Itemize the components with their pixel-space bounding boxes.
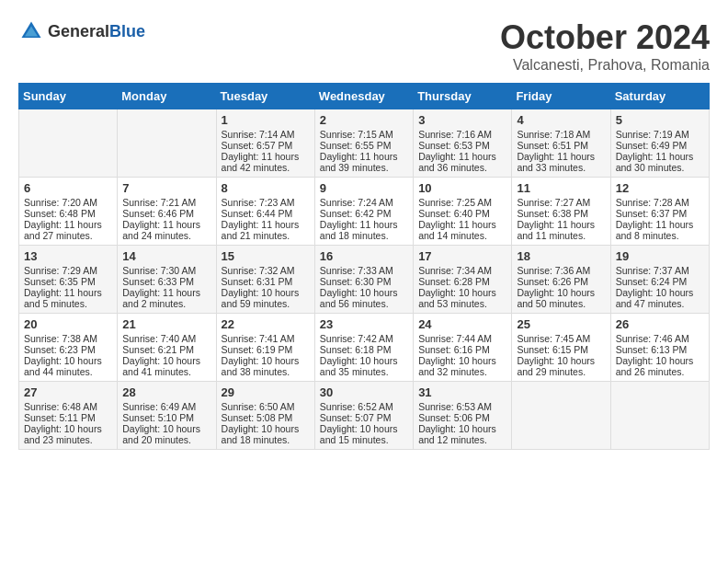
cell-content-line: Daylight: 11 hours and 14 minutes. (418, 219, 506, 241)
day-number: 16 (320, 249, 408, 263)
day-number: 1 (222, 113, 310, 127)
calendar-cell: 24Sunrise: 7:44 AMSunset: 6:16 PMDayligh… (414, 314, 512, 382)
day-number: 8 (222, 181, 310, 195)
cell-content-line: Sunset: 6:13 PM (616, 344, 704, 355)
cell-content-line: Daylight: 10 hours and 50 minutes. (517, 287, 605, 309)
cell-content-line: Sunrise: 7:37 AM (616, 265, 704, 276)
calendar-cell: 7Sunrise: 7:21 AMSunset: 6:46 PMDaylight… (118, 178, 216, 246)
cell-content-line: Sunset: 6:42 PM (320, 208, 408, 219)
cell-content-line: Sunset: 5:07 PM (320, 412, 408, 423)
weekday-header-wednesday: Wednesday (314, 84, 413, 109)
weekday-header-thursday: Thursday (414, 84, 512, 109)
day-number: 29 (222, 385, 310, 399)
calendar-cell: 5Sunrise: 7:19 AMSunset: 6:49 PMDaylight… (610, 109, 709, 178)
calendar-cell: 14Sunrise: 7:30 AMSunset: 6:33 PMDayligh… (118, 246, 216, 314)
cell-content-line: Sunset: 6:44 PM (222, 208, 310, 219)
day-number: 18 (517, 249, 605, 263)
weekday-header-saturday: Saturday (610, 84, 709, 109)
cell-content-line: Daylight: 11 hours and 5 minutes. (24, 287, 112, 309)
cell-content-line: Sunrise: 7:14 AM (222, 129, 310, 140)
week-row-3: 13Sunrise: 7:29 AMSunset: 6:35 PMDayligh… (19, 246, 710, 314)
calendar-cell: 2Sunrise: 7:15 AMSunset: 6:55 PMDaylight… (314, 109, 413, 178)
cell-content-line: Sunrise: 7:46 AM (616, 333, 704, 344)
cell-content-line: Daylight: 10 hours and 20 minutes. (122, 423, 210, 445)
cell-content-line: Sunrise: 6:49 AM (122, 401, 210, 412)
cell-content-line: Sunset: 6:24 PM (616, 276, 704, 287)
logo: GeneralBlue (18, 18, 145, 44)
week-row-1: 1Sunrise: 7:14 AMSunset: 6:57 PMDaylight… (19, 109, 710, 178)
location-title: Valcanesti, Prahova, Romania (500, 57, 710, 74)
cell-content-line: Daylight: 11 hours and 24 minutes. (122, 219, 210, 241)
calendar-cell: 25Sunrise: 7:45 AMSunset: 6:15 PMDayligh… (512, 314, 610, 382)
day-number: 14 (122, 249, 210, 263)
calendar-cell: 22Sunrise: 7:41 AMSunset: 6:19 PMDayligh… (216, 314, 314, 382)
cell-content-line: Daylight: 10 hours and 23 minutes. (24, 423, 112, 445)
cell-content-line: Sunrise: 7:44 AM (418, 333, 506, 344)
logo-blue-text: Blue (109, 22, 145, 40)
calendar-cell: 16Sunrise: 7:33 AMSunset: 6:30 PMDayligh… (314, 246, 413, 314)
cell-content-line: Daylight: 11 hours and 30 minutes. (616, 151, 704, 173)
cell-content-line: Sunrise: 6:50 AM (222, 401, 310, 412)
cell-content-line: Sunrise: 6:48 AM (24, 401, 112, 412)
day-number: 28 (122, 385, 210, 399)
cell-content-line: Sunrise: 7:38 AM (24, 333, 112, 344)
cell-content-line: Sunset: 6:48 PM (24, 208, 112, 219)
calendar-cell: 1Sunrise: 7:14 AMSunset: 6:57 PMDaylight… (216, 109, 314, 178)
cell-content-line: Sunrise: 7:32 AM (222, 265, 310, 276)
day-number: 21 (122, 317, 210, 331)
cell-content-line: Sunset: 6:16 PM (418, 344, 506, 355)
cell-content-line: Daylight: 10 hours and 18 minutes. (222, 423, 310, 445)
cell-content-line: Sunrise: 7:42 AM (320, 333, 408, 344)
cell-content-line: Sunrise: 6:52 AM (320, 401, 408, 412)
calendar-cell: 9Sunrise: 7:24 AMSunset: 6:42 PMDaylight… (314, 178, 413, 246)
cell-content-line: Daylight: 11 hours and 21 minutes. (222, 219, 310, 241)
cell-content-line: Sunrise: 7:21 AM (122, 197, 210, 208)
cell-content-line: Daylight: 11 hours and 36 minutes. (418, 151, 506, 173)
calendar-cell: 6Sunrise: 7:20 AMSunset: 6:48 PMDaylight… (19, 178, 118, 246)
cell-content-line: Sunrise: 7:24 AM (320, 197, 408, 208)
cell-content-line: Daylight: 10 hours and 29 minutes. (517, 355, 605, 377)
cell-content-line: Daylight: 10 hours and 32 minutes. (418, 355, 506, 377)
cell-content-line: Sunrise: 7:25 AM (418, 197, 506, 208)
cell-content-line: Daylight: 10 hours and 26 minutes. (616, 355, 704, 377)
cell-content-line: Sunset: 6:57 PM (222, 140, 310, 151)
day-number: 12 (616, 181, 704, 195)
day-number: 15 (222, 249, 310, 263)
calendar-cell (19, 109, 118, 178)
weekday-header-tuesday: Tuesday (216, 84, 314, 109)
calendar-cell: 11Sunrise: 7:27 AMSunset: 6:38 PMDayligh… (512, 178, 610, 246)
cell-content-line: Sunset: 5:10 PM (122, 412, 210, 423)
day-number: 20 (24, 317, 112, 331)
page-header: GeneralBlue October 2024 Valcanesti, Pra… (18, 18, 710, 74)
calendar-cell: 17Sunrise: 7:34 AMSunset: 6:28 PMDayligh… (414, 246, 512, 314)
cell-content-line: Sunrise: 7:29 AM (24, 265, 112, 276)
cell-content-line: Sunset: 6:33 PM (122, 276, 210, 287)
cell-content-line: Sunrise: 7:15 AM (320, 129, 408, 140)
cell-content-line: Daylight: 11 hours and 42 minutes. (222, 151, 310, 173)
cell-content-line: Sunrise: 6:53 AM (418, 401, 506, 412)
calendar-cell: 12Sunrise: 7:28 AMSunset: 6:37 PMDayligh… (610, 178, 709, 246)
cell-content-line: Sunset: 5:11 PM (24, 412, 112, 423)
week-row-2: 6Sunrise: 7:20 AMSunset: 6:48 PMDaylight… (19, 178, 710, 246)
cell-content-line: Sunset: 5:08 PM (222, 412, 310, 423)
cell-content-line: Sunrise: 7:40 AM (122, 333, 210, 344)
cell-content-line: Sunset: 6:53 PM (418, 140, 506, 151)
cell-content-line: Sunrise: 7:19 AM (616, 129, 704, 140)
calendar-cell: 29Sunrise: 6:50 AMSunset: 5:08 PMDayligh… (216, 382, 314, 450)
weekday-header-sunday: Sunday (19, 84, 118, 109)
week-row-4: 20Sunrise: 7:38 AMSunset: 6:23 PMDayligh… (19, 314, 710, 382)
cell-content-line: Sunset: 6:35 PM (24, 276, 112, 287)
cell-content-line: Sunrise: 7:27 AM (517, 197, 605, 208)
cell-content-line: Sunrise: 7:16 AM (418, 129, 506, 140)
cell-content-line: Daylight: 11 hours and 39 minutes. (320, 151, 408, 173)
title-section: October 2024 Valcanesti, Prahova, Romani… (500, 18, 710, 74)
calendar-cell: 8Sunrise: 7:23 AMSunset: 6:44 PMDaylight… (216, 178, 314, 246)
cell-content-line: Sunset: 6:30 PM (320, 276, 408, 287)
calendar-cell: 10Sunrise: 7:25 AMSunset: 6:40 PMDayligh… (414, 178, 512, 246)
calendar-cell: 23Sunrise: 7:42 AMSunset: 6:18 PMDayligh… (314, 314, 413, 382)
day-number: 24 (418, 317, 506, 331)
calendar-cell (512, 382, 610, 450)
logo-icon (18, 18, 44, 44)
day-number: 26 (616, 317, 704, 331)
day-number: 19 (616, 249, 704, 263)
